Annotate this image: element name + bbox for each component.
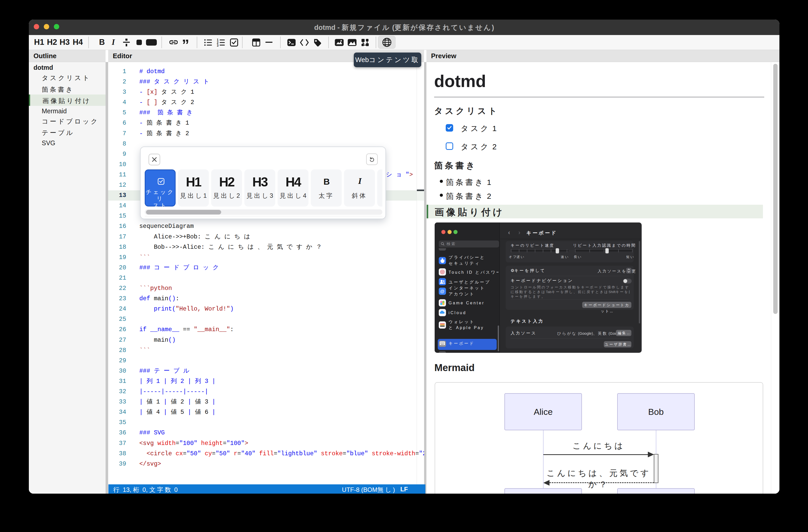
svg-text:3: 3 bbox=[217, 44, 219, 47]
svg-text:@: @ bbox=[440, 289, 444, 294]
